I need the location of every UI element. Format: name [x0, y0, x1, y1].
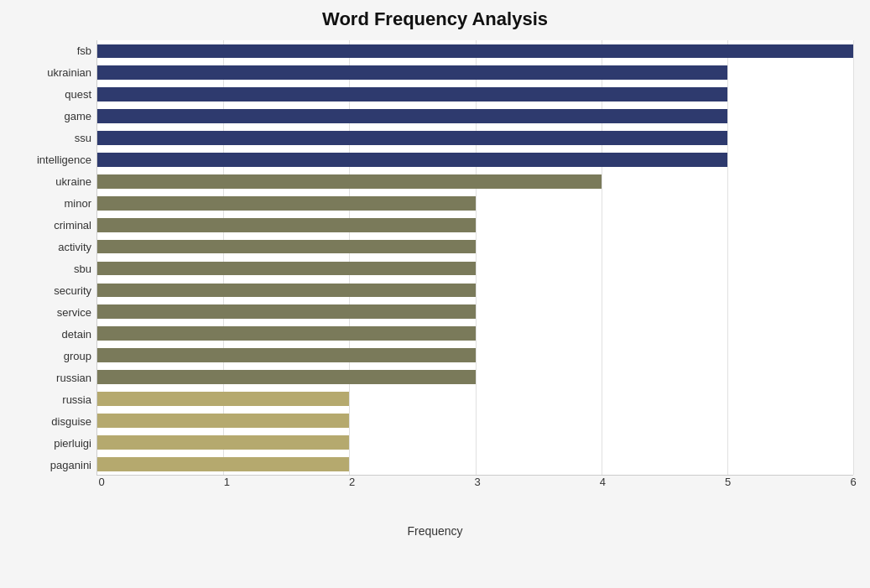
bar-row: [97, 127, 853, 149]
bar-row: [97, 409, 853, 431]
y-label: russian: [56, 367, 91, 388]
bar-row: [97, 62, 853, 84]
y-label: paganini: [50, 454, 91, 476]
bar-row: [97, 367, 853, 388]
chart-container: Word Frequency Analysis fsbukrainianques…: [0, 0, 870, 588]
x-axis-label: Frequency: [17, 524, 853, 538]
plot-area: [96, 40, 853, 476]
y-label: pierluigi: [54, 432, 91, 454]
bar-row: [97, 106, 853, 127]
bar: [97, 240, 476, 254]
bar: [97, 174, 602, 189]
x-tick: 2: [349, 476, 355, 488]
bar: [97, 348, 476, 362]
bar: [97, 370, 476, 384]
bar-row: [97, 84, 853, 106]
y-label: disguise: [51, 410, 91, 432]
y-label: russia: [62, 388, 91, 410]
bar: [97, 153, 727, 167]
bar: [97, 218, 476, 232]
bar-row: [97, 301, 853, 323]
bar: [97, 131, 727, 145]
grid-line: [853, 40, 854, 475]
bar-row: [97, 170, 853, 192]
y-label: service: [57, 301, 91, 323]
bar: [97, 457, 349, 471]
x-tick: 1: [224, 476, 230, 488]
bar: [97, 304, 476, 319]
y-label: ukrainian: [47, 62, 91, 84]
bar-row: [97, 258, 853, 279]
bar-row: [97, 214, 853, 236]
bar: [97, 44, 853, 59]
bar: [97, 262, 476, 276]
chart-area: fsbukrainianquestgamessuintelligenceukra…: [17, 40, 853, 538]
y-label: ssu: [75, 127, 91, 149]
x-tick: 0: [98, 476, 104, 488]
y-label: detain: [62, 323, 91, 345]
bar: [97, 284, 476, 298]
y-label: minor: [64, 193, 91, 215]
bar-row: [97, 40, 853, 62]
bar-row: [97, 192, 853, 214]
bar-row: [97, 279, 853, 301]
bars-wrapper: fsbukrainianquestgamessuintelligenceukra…: [17, 40, 853, 476]
bar-row: [97, 323, 853, 345]
y-label: criminal: [54, 215, 91, 237]
x-tick: 3: [474, 476, 480, 488]
bar: [97, 65, 727, 80]
y-label: activity: [58, 237, 91, 258]
bar: [97, 392, 349, 406]
bar: [97, 435, 349, 450]
y-label: security: [54, 279, 91, 301]
bar: [97, 414, 349, 428]
x-tick: 6: [850, 476, 856, 488]
y-label: quest: [65, 84, 91, 106]
y-label: fsb: [77, 40, 91, 62]
bar-row: [97, 453, 853, 475]
bar: [97, 196, 476, 211]
y-label: group: [64, 345, 91, 367]
bar-row: [97, 345, 853, 367]
y-label: sbu: [74, 258, 91, 280]
bar: [97, 326, 476, 341]
x-tick: 4: [600, 476, 606, 488]
y-label: intelligence: [37, 149, 91, 171]
y-labels: fsbukrainianquestgamessuintelligenceukra…: [17, 40, 96, 476]
bar-row: [97, 388, 853, 410]
y-label: game: [64, 106, 91, 127]
x-tick: 5: [725, 476, 731, 488]
chart-title: Word Frequency Analysis: [322, 8, 548, 30]
bar: [97, 109, 727, 123]
bar-row: [97, 149, 853, 171]
bar-row: [97, 431, 853, 453]
bar-row: [97, 236, 853, 258]
bar: [97, 87, 727, 101]
y-label: ukraine: [55, 171, 91, 193]
